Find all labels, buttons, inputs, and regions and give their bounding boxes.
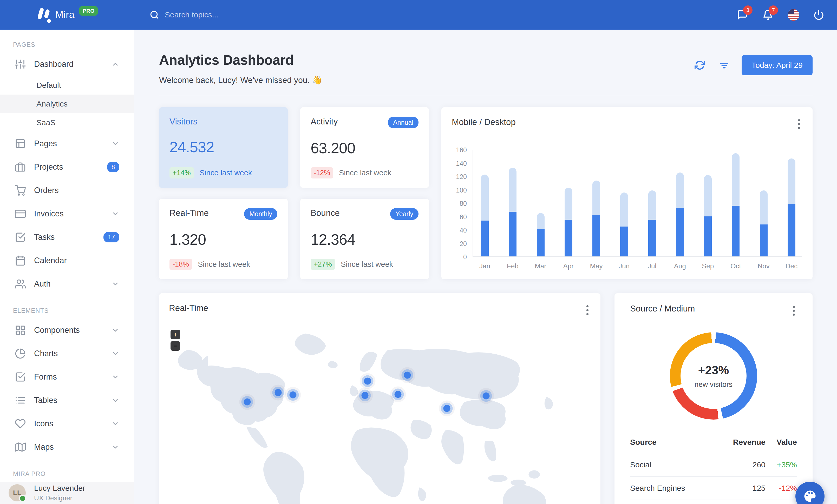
page-subtitle: Welcome back, Lucy! We've missed you. 👋 bbox=[159, 75, 322, 85]
y-axis: 020406080100120140160 bbox=[452, 150, 473, 257]
chevron-down-icon bbox=[111, 420, 119, 428]
sidebar-item-components[interactable]: Components bbox=[0, 318, 134, 342]
map-marker[interactable] bbox=[395, 391, 402, 398]
map-marker[interactable] bbox=[404, 372, 411, 378]
kebab-menu-button[interactable] bbox=[791, 304, 797, 318]
map-marker[interactable] bbox=[443, 405, 450, 412]
map-marker[interactable] bbox=[244, 398, 251, 405]
stat-caption: Since last week bbox=[341, 260, 393, 268]
column-header-source: Source bbox=[630, 431, 715, 453]
sidebar-item-saas[interactable]: SaaS bbox=[0, 113, 134, 132]
bar-sep: Sep bbox=[704, 150, 712, 257]
language-button[interactable] bbox=[787, 9, 799, 21]
kebab-menu-button[interactable] bbox=[796, 117, 802, 131]
y-tick-label: 60 bbox=[460, 213, 467, 221]
kebab-menu-button[interactable] bbox=[584, 303, 591, 317]
sidebar-item-forms[interactable]: Forms bbox=[0, 365, 134, 389]
today-button[interactable]: Today: April 29 bbox=[742, 55, 813, 75]
column-header-value: Value bbox=[766, 431, 797, 453]
annual-badge[interactable]: Annual bbox=[388, 117, 418, 128]
sign-out-button[interactable] bbox=[813, 9, 825, 21]
chevron-down-icon bbox=[111, 280, 119, 288]
sidebar-item-charts[interactable]: Charts bbox=[0, 342, 134, 365]
palette-icon bbox=[803, 489, 817, 503]
stat-change-badge: +14% bbox=[170, 167, 194, 179]
stat-caption: Since last week bbox=[198, 260, 250, 268]
bar-nov: Nov bbox=[760, 150, 768, 257]
stat-change-badge: -18% bbox=[170, 259, 192, 270]
search-input[interactable] bbox=[165, 11, 274, 19]
briefcase-icon bbox=[15, 162, 26, 172]
pro-badge: PRO bbox=[79, 6, 98, 16]
stat-value: 1.320 bbox=[170, 231, 277, 248]
x-tick-label: Nov bbox=[758, 262, 770, 270]
x-tick-label: Feb bbox=[507, 262, 519, 270]
map-title: Real-Time bbox=[169, 303, 208, 313]
sidebar-section-pages: PAGES bbox=[0, 30, 134, 53]
source-table: Source Revenue Value Social 260 +35% Sea… bbox=[630, 431, 797, 504]
stat-caption: Since last week bbox=[200, 169, 252, 177]
sidebar-item-analytics[interactable]: Analytics bbox=[0, 95, 134, 113]
brand[interactable]: Mira PRO bbox=[36, 7, 98, 23]
stat-value: 12.364 bbox=[310, 231, 418, 248]
sidebar-item-invoices[interactable]: Invoices bbox=[0, 202, 134, 225]
global-search[interactable] bbox=[150, 10, 274, 19]
search-icon bbox=[150, 10, 159, 19]
map-marker[interactable] bbox=[289, 391, 297, 398]
messages-button[interactable]: 3 bbox=[736, 9, 748, 21]
sidebar-item-orders[interactable]: Orders bbox=[0, 179, 134, 202]
world-map[interactable] bbox=[162, 319, 598, 504]
map-marker[interactable] bbox=[364, 378, 371, 385]
map-marker[interactable] bbox=[361, 392, 368, 399]
credit-card-icon bbox=[15, 208, 26, 219]
check-square-icon bbox=[15, 372, 26, 382]
sidebar-section-elements: ELEMENTS bbox=[0, 296, 134, 318]
yearly-badge[interactable]: Yearly bbox=[390, 208, 418, 220]
pie-chart-icon bbox=[15, 348, 26, 359]
page-title: Analytics Dashboard bbox=[159, 52, 322, 68]
notifications-button[interactable]: 7 bbox=[762, 9, 774, 21]
user-avatar: LL bbox=[8, 484, 26, 501]
x-tick-label: Mar bbox=[535, 262, 546, 270]
bar-jul: Jul bbox=[648, 150, 656, 257]
table-row[interactable]: Search Engines 125 -12% bbox=[630, 477, 797, 500]
table-row[interactable]: Direct 164 +46% bbox=[630, 500, 797, 504]
stat-title: Visitors bbox=[170, 117, 198, 127]
y-tick-label: 40 bbox=[460, 226, 467, 234]
sidebar-item-maps[interactable]: Maps bbox=[0, 435, 134, 459]
x-tick-label: Jul bbox=[648, 262, 656, 270]
x-tick-label: Dec bbox=[785, 262, 798, 270]
messages-count-badge: 3 bbox=[743, 5, 752, 15]
sidebar-item-icons[interactable]: Icons bbox=[0, 412, 134, 435]
map-marker[interactable] bbox=[275, 389, 282, 396]
sidebar-item-calendar[interactable]: Calendar bbox=[0, 249, 134, 272]
donut-center-value: +23% bbox=[698, 363, 729, 377]
user-role: UX Designer bbox=[34, 494, 85, 502]
map-zoom-out-button[interactable]: − bbox=[171, 341, 180, 351]
sidebar-item-projects[interactable]: Projects 8 bbox=[0, 155, 134, 179]
sliders-icon bbox=[15, 59, 26, 70]
chevron-down-icon bbox=[111, 350, 119, 357]
x-tick-label: Jan bbox=[479, 262, 490, 270]
filter-button[interactable] bbox=[717, 58, 731, 72]
y-tick-label: 120 bbox=[456, 173, 467, 181]
grid-icon bbox=[15, 325, 26, 336]
donut-title: Source / Medium bbox=[630, 304, 695, 314]
refresh-button[interactable] bbox=[693, 58, 707, 72]
realtime-map-card: Real-Time + − bbox=[159, 293, 601, 504]
sidebar-item-default[interactable]: Default bbox=[0, 76, 134, 95]
sidebar-item-dashboard[interactable]: Dashboard bbox=[0, 53, 134, 76]
monthly-badge[interactable]: Monthly bbox=[244, 208, 277, 220]
table-row[interactable]: Social 260 +35% bbox=[630, 453, 797, 477]
shopping-cart-icon bbox=[15, 185, 26, 196]
sidebar-user[interactable]: LL Lucy Lavender UX Designer bbox=[0, 482, 134, 504]
sidebar-item-tasks[interactable]: Tasks 17 bbox=[0, 225, 134, 249]
sidebar-item-auth[interactable]: Auth bbox=[0, 272, 134, 296]
y-tick-label: 0 bbox=[463, 253, 467, 261]
page-header: Analytics Dashboard Welcome back, Lucy! … bbox=[159, 30, 813, 85]
map-zoom-in-button[interactable]: + bbox=[171, 330, 180, 339]
sidebar-item-pages[interactable]: Pages bbox=[0, 132, 134, 155]
map-marker[interactable] bbox=[483, 393, 490, 399]
sidebar-item-tables[interactable]: Tables bbox=[0, 389, 134, 412]
x-tick-label: Sep bbox=[702, 262, 714, 270]
